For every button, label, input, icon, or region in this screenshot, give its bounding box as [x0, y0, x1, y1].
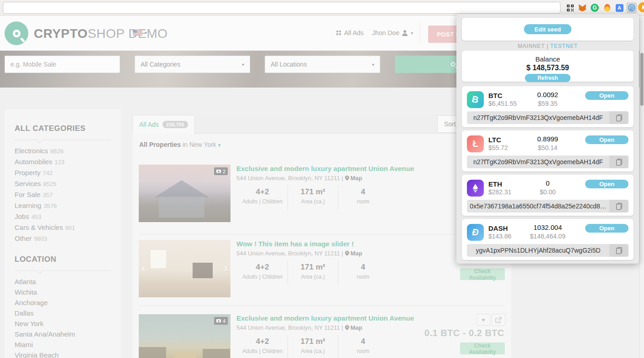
- sidebar-item-jobs[interactable]: Jobs453: [15, 211, 111, 222]
- listing-title[interactable]: Exclusive and modern luxury apartment Un…: [236, 165, 414, 172]
- search-icon: [451, 62, 456, 67]
- metamask-extension-icon[interactable]: [577, 2, 588, 13]
- qr-extension-icon[interactable]: [565, 2, 576, 13]
- flame-extension-icon[interactable]: [602, 2, 613, 13]
- nav-all-ads[interactable]: All Ads: [336, 29, 364, 36]
- check-availability-button[interactable]: Check Availabilty: [460, 268, 505, 280]
- flame-icon: [604, 4, 610, 11]
- wallet-address-bar: 0x5e7367198a1a6550cf74f54d8a25e2240cd8…: [467, 200, 628, 213]
- wallet-amount: 0.0092: [516, 91, 580, 99]
- eth-icon: [467, 180, 484, 197]
- divider: [15, 140, 111, 140]
- chevron-down-icon: ▾: [411, 31, 413, 36]
- copy-address-button[interactable]: [609, 200, 628, 213]
- edit-seed-button[interactable]: Edit seed: [524, 24, 571, 34]
- slider-next-icon[interactable]: ›: [224, 262, 228, 274]
- listing-photo[interactable]: 4: [139, 314, 230, 358]
- wallet-extension-icon[interactable]: [626, 2, 637, 13]
- sidebar-item-automobiles[interactable]: Automobiles123: [15, 156, 111, 167]
- wallet-card-eth: ETH $282.31 0$0.00 Open 0x5e7367198a1a65…: [462, 175, 634, 216]
- category-select[interactable]: All Categories ▾: [135, 56, 250, 73]
- mainnet-link[interactable]: MAINNET: [518, 43, 545, 49]
- category-count: 123: [55, 159, 65, 166]
- sidebar-location-santa-ana[interactable]: Santa Ana/Anaheim: [15, 329, 111, 339]
- sidebar-item-for-sale[interactable]: For Sale357: [15, 189, 111, 200]
- sidebar-location-new-york[interactable]: New York: [15, 318, 111, 329]
- categories-title: ALL CATEGORIES: [15, 124, 111, 133]
- sidebar-location-wichita[interactable]: Wichita: [15, 287, 111, 297]
- testnet-link[interactable]: TESTNET: [550, 43, 578, 49]
- open-button[interactable]: Open: [585, 224, 628, 233]
- wallet-amounts: 0$0.00: [516, 179, 580, 196]
- wallet-address[interactable]: n27fTgK2o9RbVmF3213QxVgoemebAH14dF: [467, 111, 609, 124]
- listing-stats: 4+2Adults | Children 171 m²Area (ca.) 4r…: [237, 261, 388, 285]
- language-selector[interactable]: ▾: [133, 30, 147, 36]
- user-menu[interactable]: Jhon Doe ▾: [372, 29, 413, 36]
- category-label: Property: [15, 169, 41, 176]
- wallet-address-bar: n27fTgK2o9RbVmF3213QxVgoemebAH14dF: [467, 156, 628, 168]
- sidebar-item-learning[interactable]: Learning3576: [15, 200, 111, 211]
- balance-value: $ 148,573.59: [462, 64, 634, 72]
- category-count: 8525: [43, 181, 57, 187]
- search-input[interactable]: [5, 56, 120, 73]
- tab-label: All Ads: [139, 121, 159, 128]
- open-button[interactable]: Open: [585, 91, 628, 100]
- sidebar-location-atlanta[interactable]: Atlanta: [15, 276, 111, 287]
- sidebar-item-cars-vehicles[interactable]: Cars & Vehicles801: [15, 222, 111, 233]
- listing-photo[interactable]: 2: [139, 165, 230, 222]
- sidebar-location-virginia-beach[interactable]: Virginia Beach: [15, 350, 111, 358]
- grammarly-extension-icon[interactable]: G: [589, 2, 600, 13]
- btc-icon: B: [467, 91, 484, 108]
- listing-photo-slider[interactable]: ‹ ›: [139, 240, 230, 297]
- refresh-button[interactable]: Refresh: [525, 74, 571, 82]
- wallet-amounts: 1032.004$148,464.09: [516, 223, 580, 240]
- wallet-address[interactable]: n27fTgK2o9RbVmF3213QxVgoemebAH14dF: [467, 156, 609, 168]
- wallet-price: $6,451.55: [488, 100, 517, 107]
- translate-extension-icon[interactable]: A: [614, 2, 625, 13]
- open-button[interactable]: Open: [585, 180, 628, 188]
- listing-title[interactable]: Wow ! This item has a image slider !: [236, 240, 354, 248]
- open-button[interactable]: Open: [585, 135, 628, 144]
- translate-icon: A: [616, 4, 623, 12]
- sidebar-location-anchorage[interactable]: Anchorage: [15, 297, 111, 308]
- sidebar-item-property[interactable]: Property742: [15, 167, 111, 178]
- copy-icon: [616, 203, 622, 210]
- sidebar-item-other[interactable]: Other9803: [15, 233, 111, 244]
- ltc-icon: Ł: [467, 135, 484, 152]
- category-count: 3576: [43, 202, 57, 209]
- favorite-button[interactable]: ♥: [476, 314, 490, 326]
- listing-row: 2 Exclusive and modern luxury apartment …: [139, 162, 504, 230]
- listing-separator: [139, 234, 504, 234]
- slider-prev-icon[interactable]: ‹: [141, 262, 146, 274]
- site-logo[interactable]: [5, 21, 28, 45]
- chevron-down-icon[interactable]: ▾: [218, 142, 221, 148]
- listing-title[interactable]: Exclusive and modern luxury apartment Un…: [236, 314, 414, 322]
- wallet-card-btc: B BTC $6,451.55 0.0092$59.35 Open n27fTg…: [462, 86, 634, 127]
- category-label: Services: [15, 180, 41, 187]
- avatar-glyph: [642, 5, 644, 10]
- sidebar-item-electronics[interactable]: Electronics8626: [15, 145, 111, 156]
- share-button[interactable]: [492, 314, 505, 326]
- brand-title[interactable]: CRYPTOSHOP DEMO: [34, 26, 168, 41]
- tab-all-ads[interactable]: All Ads 228,705: [132, 115, 195, 134]
- copy-address-button[interactable]: [609, 111, 628, 124]
- scrollbar-thumb[interactable]: [640, 53, 644, 106]
- location-select[interactable]: All Locations ▾: [265, 56, 380, 73]
- filter-location[interactable]: in New York: [183, 141, 216, 148]
- browser-avatar[interactable]: [638, 2, 644, 12]
- sidebar-location-dallas[interactable]: Dallas: [15, 308, 111, 318]
- listing-separator: [139, 306, 504, 306]
- copy-address-button[interactable]: [609, 156, 628, 168]
- nav-all-ads-label: All Ads: [344, 29, 364, 36]
- stat-adults: 4+2Adults | Children: [237, 335, 288, 358]
- wallet-address[interactable]: ygvA1pxPPNs1DLHYjAhf28acuQ7wgG2i5D: [467, 244, 609, 257]
- address-bar[interactable]: [3, 2, 560, 14]
- sidebar-location-miami[interactable]: Miami: [15, 339, 111, 350]
- wallet-address[interactable]: 0x5e7367198a1a6550cf74f54d8a25e2240cd8…: [467, 200, 609, 213]
- wallet-amount: 0.8999: [516, 135, 580, 143]
- copy-address-button[interactable]: [609, 244, 628, 257]
- wallet-fiat: $148,464.09: [516, 233, 580, 240]
- page-scrollbar: [639, 16, 644, 358]
- sidebar-item-services[interactable]: Services8525: [15, 178, 111, 189]
- check-availability-button[interactable]: Check Availabilty: [460, 342, 505, 354]
